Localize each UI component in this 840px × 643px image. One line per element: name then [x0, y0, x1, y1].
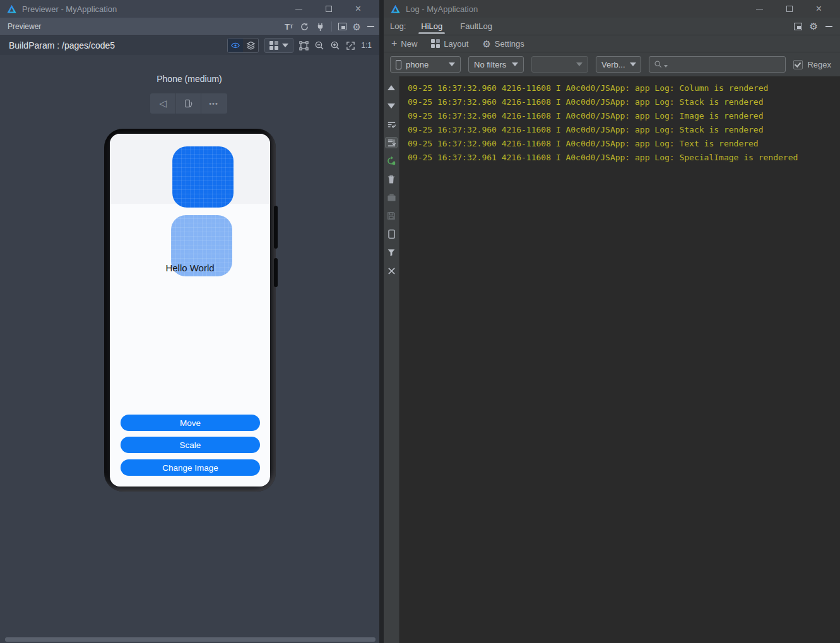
process-select[interactable] [531, 56, 588, 73]
desktop: Previewer - MyApplication × Previewer TT… [0, 0, 840, 643]
plus-icon: + [391, 38, 397, 49]
soft-wrap-button[interactable] [385, 119, 398, 130]
zoom-out-icon[interactable] [314, 40, 324, 50]
maximize-icon [326, 6, 332, 12]
layout-button[interactable]: Layout [431, 39, 468, 49]
log-level-select[interactable]: Verb... [596, 56, 641, 73]
device-select[interactable]: phone [390, 56, 461, 73]
selection-frame-icon[interactable] [299, 41, 309, 50]
chevron-down-icon [576, 62, 583, 66]
inspect-eye-button[interactable] [228, 38, 243, 52]
move-button[interactable]: Move [121, 415, 260, 431]
dock-panel-icon[interactable] [794, 23, 802, 30]
preview-nav-group: ◁ ••• [150, 93, 227, 114]
maximize-button[interactable] [314, 0, 343, 18]
minimize-icon [295, 9, 302, 9]
settings-button[interactable]: ⚙ Settings [482, 39, 524, 49]
up-triangle-icon [387, 85, 395, 90]
log-side-toolbar [384, 76, 399, 643]
refresh-icon[interactable] [300, 22, 309, 32]
log-window-title: Log - MyApplication [406, 4, 478, 14]
log-tab-toolbar: ⚙ [794, 21, 835, 31]
log-window: Log - MyApplication × Log: HiLog FaultLo… [384, 0, 840, 643]
previewer-tab-bar: Previewer TT ⚙ [0, 18, 379, 35]
device-label: Phone (medium) [0, 74, 379, 84]
log-tab-bar: Log: HiLog FaultLog ⚙ [384, 18, 840, 35]
gear-icon: ⚙ [482, 39, 490, 49]
back-button[interactable]: ◁ [150, 93, 175, 114]
log-titlebar: Log - MyApplication × [384, 0, 840, 18]
log-output-pane[interactable]: 09-25 16:37:32.960 4216-11608 I A0c0d0/J… [399, 76, 840, 643]
gear-icon[interactable]: ⚙ [810, 21, 818, 31]
app-clover-icon [172, 146, 234, 208]
gear-icon[interactable]: ⚙ [353, 22, 361, 32]
close-button[interactable]: × [804, 0, 834, 18]
horizontal-scrollbar[interactable] [5, 637, 376, 642]
previewer-window-controls: × [284, 0, 373, 18]
chevron-down-icon [449, 62, 455, 66]
layers-button[interactable] [243, 38, 258, 52]
inspector-plug-icon[interactable] [316, 22, 325, 32]
maximize-button[interactable] [774, 0, 804, 18]
save-log-button-disabled [385, 210, 398, 221]
minimize-button[interactable] [745, 0, 774, 18]
minimize-icon [756, 9, 763, 9]
log-label: Log: [390, 21, 406, 31]
clear-log-trash-button[interactable] [385, 174, 398, 185]
regex-checkbox[interactable] [793, 60, 803, 69]
tab-hilog[interactable]: HiLog [413, 18, 450, 35]
log-line: 09-25 16:37:32.960 4216-11608 I A0c0d0/J… [408, 123, 840, 137]
scroll-down-button[interactable] [385, 100, 398, 112]
more-options-button[interactable]: ••• [201, 93, 226, 114]
hide-panel-icon[interactable] [367, 26, 374, 27]
toolbar-separator [331, 21, 332, 32]
layout-grid-icon [431, 39, 440, 48]
preview-canvas: Phone (medium) ◁ ••• Hello World Move Sc… [0, 55, 379, 643]
close-log-button[interactable] [385, 265, 398, 276]
rerun-button[interactable] [385, 155, 398, 167]
font-settings-icon[interactable]: TT [285, 23, 293, 31]
log-line: 09-25 16:37:32.960 4216-11608 I A0c0d0/J… [408, 137, 840, 151]
log-line: 09-25 16:37:32.960 4216-11608 I A0c0d0/J… [408, 95, 840, 109]
maximize-icon [786, 6, 793, 12]
filter-select[interactable]: No filters [468, 56, 524, 73]
log-filter-bar: phone No filters Verb... [384, 52, 840, 76]
hide-panel-icon[interactable] [825, 26, 832, 27]
close-button[interactable]: × [343, 0, 373, 18]
view-mode-group [227, 38, 259, 53]
back-triangle-icon: ◁ [159, 98, 167, 109]
scale-button[interactable]: Scale [121, 437, 260, 453]
tab-faultlog[interactable]: FaultLog [453, 18, 500, 35]
dock-panel-icon[interactable] [338, 23, 346, 30]
phone-screen: Hello World Move Scale Change Image [110, 134, 270, 487]
change-image-button[interactable]: Change Image [121, 459, 260, 476]
minimize-button[interactable] [284, 0, 314, 18]
previewer-window: Previewer - MyApplication × Previewer TT… [0, 0, 379, 643]
zoom-in-icon[interactable] [330, 40, 340, 50]
log-line: 09-25 16:37:32.960 4216-11608 I A0c0d0/J… [408, 81, 840, 95]
search-input[interactable] [649, 56, 786, 73]
tab-previewer[interactable]: Previewer [8, 22, 41, 31]
regex-toggle[interactable]: Regex [793, 60, 832, 69]
zoom-ratio-label[interactable]: 1:1 [361, 41, 372, 50]
new-button[interactable]: + New [391, 38, 417, 49]
phone-device-icon [396, 60, 401, 69]
fit-to-screen-icon[interactable] [346, 41, 355, 50]
component-picker-dropdown[interactable] [264, 38, 293, 53]
deveco-logo-icon [6, 4, 17, 15]
previewer-window-title: Previewer - MyApplication [22, 4, 117, 14]
filter-funnel-button[interactable] [385, 247, 398, 258]
hello-world-text: Hello World [110, 263, 270, 273]
previewer-tab-toolbar: TT ⚙ [285, 21, 374, 32]
components-grid-icon [269, 41, 278, 50]
close-icon: × [355, 4, 361, 14]
log-line: 09-25 16:37:32.961 4216-11608 I A0c0d0/J… [408, 151, 840, 165]
log-console-area: 09-25 16:37:32.960 4216-11608 I A0c0d0/J… [384, 76, 840, 643]
scroll-up-button[interactable] [385, 82, 398, 93]
deveco-logo-icon [390, 4, 401, 15]
phone-mockup: Hello World Move Scale Change Image [104, 129, 276, 492]
rotate-device-button[interactable] [175, 93, 201, 114]
log-line: 09-25 16:37:32.960 4216-11608 I A0c0d0/J… [408, 109, 840, 123]
device-log-button[interactable] [385, 228, 398, 240]
scroll-to-end-button[interactable] [385, 137, 398, 148]
